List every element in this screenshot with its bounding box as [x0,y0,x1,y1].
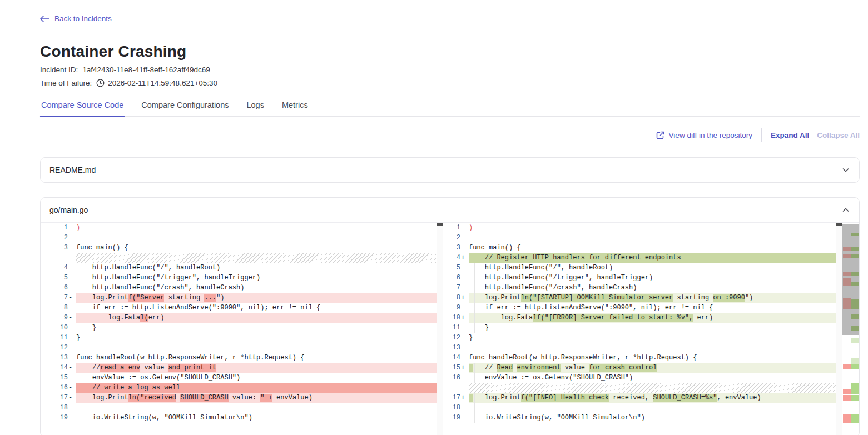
tab-logs[interactable]: Logs [245,101,265,116]
line-number: 13 [443,343,461,353]
chevron-up-icon[interactable] [841,206,850,214]
view-diff-label: View diff in the repository [669,131,752,139]
code-line [76,403,437,413]
diff-marker [68,243,76,253]
diff-row: 17- log.Println("received SHOULD_CRASH v… [41,393,437,403]
ruler-diff-mark [851,395,859,401]
line-number: 17 [41,393,68,403]
right-pane-scrollbar[interactable] [836,223,842,435]
line-number: 6 [443,273,461,283]
diff-row: 19 io.WriteString(w, "OOMKill Simulator\… [443,413,836,423]
left-scrollbar-thumb[interactable] [437,223,443,226]
diff-editor: 1)23func main() {4 http.HandleFunc("/", … [41,223,859,435]
view-diff-link[interactable]: View diff in the repository [656,131,752,139]
code-line [76,233,437,243]
ruler-diff-mark [851,364,859,369]
code-line: http.HandleFunc("/", handleRoot) [76,263,437,273]
ruler-diff-mark [843,272,851,276]
line-number: 3 [41,243,68,253]
code-line: http.HandleFunc("/trigger", handleTrigge… [76,273,437,283]
diff-row: 4 http.HandleFunc("/", handleRoot) [41,263,437,273]
collapse-all-button[interactable]: Collapse All [817,131,860,139]
diff-marker [68,353,76,363]
time-of-failure-label: Time of Failure: [40,79,92,87]
diff-marker [461,353,469,363]
diff-row: 13 [443,343,836,353]
diff-row: 11 } [443,323,836,333]
ruler-diff-mark [843,254,851,258]
left-pane-scrollbar[interactable] [437,223,443,435]
code-line: func main() { [469,243,836,253]
diff-row: 1) [443,223,836,233]
diff-row: 18 [443,403,836,413]
ruler-diff-mark [843,389,851,394]
line-number: 11 [41,333,68,343]
code-line [76,343,437,353]
line-number: 18 [41,403,68,413]
line-number: 14 [41,363,68,373]
line-number: 12 [41,343,68,353]
tab-compare-source-code[interactable]: Compare Source Code [40,101,125,116]
line-number: 15 [443,363,461,373]
code-line: // write a log as well [76,383,437,393]
code-line: if err := http.ListenAndServe(":9090", n… [76,303,437,313]
tab-compare-configurations[interactable]: Compare Configurations [140,101,230,116]
diff-row: 7 http.HandleFunc("/crash", handleCrash) [443,283,836,293]
ruler-diff-mark [851,383,859,389]
code-line: func main() { [76,243,437,253]
diff-row: 2 [41,233,437,243]
ruler-diff-mark [851,358,859,364]
diff-marker [68,333,76,343]
file-name: go/main.go [49,206,88,214]
diff-row: 9- log.Fatal(err) [41,313,437,323]
code-line: http.HandleFunc("/trigger", handleTrigge… [469,273,836,283]
diff-row [443,383,836,393]
line-number: 10 [443,313,461,323]
diff-row: 15+ // Read environment value for crash … [443,363,836,373]
diff-marker [461,343,469,353]
ruler-diff-mark [851,254,859,258]
diff-row: 12} [443,333,836,343]
diff-row: 5 http.HandleFunc("/trigger", handleTrig… [41,273,437,283]
ruler-diff-mark [851,233,859,236]
diff-marker: + [461,293,469,303]
code-line: ) [469,223,836,233]
page-title: Container Crashing [40,43,860,61]
diff-marker [461,273,469,283]
ruler-diff-mark [851,247,859,251]
line-number: 10 [41,323,68,333]
ruler-diff-mark [851,338,859,343]
line-number: 16 [443,373,461,383]
tab-metrics[interactable]: Metrics [281,101,309,116]
ruler-diff-mark [851,414,859,423]
diff-row: 10 } [41,323,437,333]
chevron-down-icon[interactable] [841,166,850,174]
line-number [443,383,461,393]
diff-row: 16- // write a log as well [41,383,437,393]
back-to-incidents-link[interactable]: Back to Incidents [40,14,112,23]
right-scrollbar-thumb[interactable] [836,223,842,226]
time-of-failure-row: Time of Failure: 2026-02-11T14:59:48.621… [40,79,860,87]
code-line: envValue := os.Getenv("SHOULD_CRASH") [469,373,836,383]
expand-all-button[interactable]: Expand All [771,131,809,139]
code-line: log.Println("[STARTUP] OOMKill Simulator… [469,293,836,303]
diff-marker [461,303,469,313]
line-number: 8 [41,303,68,313]
line-number: 2 [41,233,68,243]
diff-marker [461,323,469,333]
line-number: 4 [41,263,68,273]
incident-id-value: 1af42430-11e8-41ff-8eff-162aff49dc69 [82,66,210,74]
code-line: func handleRoot(w http.ResponseWriter, r… [76,353,437,363]
line-number: 14 [443,353,461,363]
diff-marker [68,323,76,333]
line-number: 4 [443,253,461,263]
file-card-readme-header[interactable]: README.md [41,158,859,182]
code-line: func handleRoot(w http.ResponseWriter, r… [469,353,836,363]
overview-ruler[interactable] [842,223,859,435]
diff-row: 14func handleRoot(w http.ResponseWriter,… [443,353,836,363]
file-card-go-main-header[interactable]: go/main.go [41,198,859,223]
diff-row: 4+ // Register HTTP handlers for differe… [443,253,836,263]
ruler-diff-mark [843,364,851,369]
clock-icon [96,79,105,87]
code-line: log.Fatal(err) [76,313,437,323]
